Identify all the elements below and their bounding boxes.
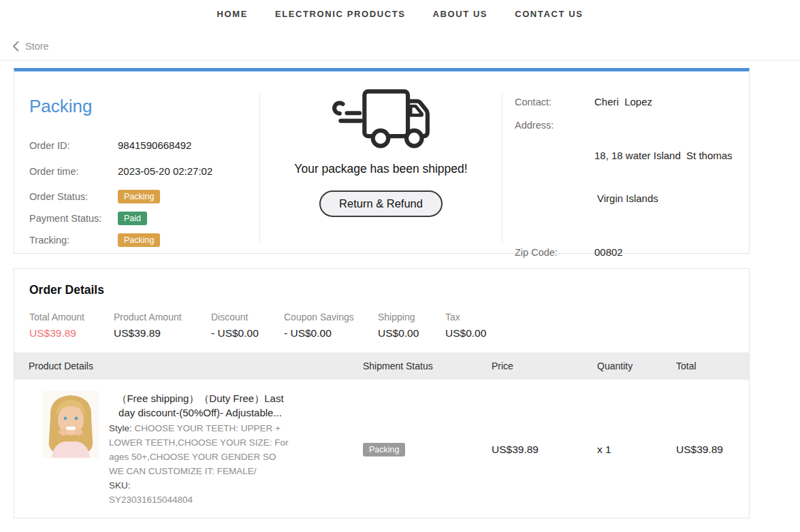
zip-row: Zip Code: 00802 — [515, 245, 749, 259]
order-status-panel: Packing Order ID: 9841590668492 Order ti… — [14, 71, 259, 253]
summary-value: - US$0.00 — [211, 327, 284, 339]
summary-label: Shipping — [378, 312, 445, 322]
order-id-label: Order ID: — [29, 140, 118, 151]
address-value: 18, 18 water Island St thomas Virgin Isl… — [594, 120, 733, 234]
payment-status-label: Payment Status: — [29, 213, 118, 224]
summary-value: - US$0.00 — [284, 327, 378, 339]
header-price: Price — [492, 361, 597, 371]
order-details-card: Order Details Total Amount US$39.89 Prod… — [14, 268, 750, 518]
product-image[interactable] — [42, 391, 99, 458]
breadcrumb-label: Store — [25, 41, 49, 52]
summary-total-amount: Total Amount US$39.89 — [29, 312, 114, 339]
product-table-row: （Free shipping）（Duty Free）Last day disco… — [14, 380, 749, 520]
product-title[interactable]: （Free shipping）（Duty Free）Last day disco… — [109, 391, 291, 420]
header-quantity: Quantity — [597, 361, 676, 371]
style-label: Style: — [109, 423, 132, 433]
summary-discount: Discount - US$0.00 — [211, 312, 284, 339]
payment-status-badge: Paid — [118, 212, 147, 225]
row-shipment-status-badge: Packing — [363, 443, 405, 456]
header-total: Total — [676, 361, 749, 371]
address-row: Address: 18, 18 water Island St thomas V… — [515, 120, 749, 234]
order-time-value: 2023-05-20 02:27:02 — [118, 164, 212, 178]
tracking-badge: Packing — [118, 233, 160, 247]
order-status-label: Order Status: — [29, 191, 118, 202]
product-style: Style: CHOOSE YOUR TEETH: UPPER + LOWER … — [109, 421, 291, 478]
address-line1: 18, 18 water Island St thomas — [594, 148, 733, 163]
row-price: US$39.89 — [492, 444, 539, 456]
nav-item-home[interactable]: HOME — [217, 9, 248, 29]
product-sku: SKU: SY23031615044804 — [109, 478, 291, 507]
tracking-label: Tracking: — [29, 235, 118, 246]
order-details-title: Order Details — [29, 283, 749, 297]
order-time-label: Order time: — [29, 166, 118, 177]
summary-shipping: Shipping US$0.00 — [378, 312, 445, 339]
contact-label: Contact: — [515, 97, 594, 107]
return-refund-button[interactable]: Return & Refund — [319, 190, 443, 217]
amount-summary: Total Amount US$39.89 Product Amount US$… — [29, 312, 749, 339]
summary-product-amount: Product Amount US$39.89 — [114, 312, 211, 339]
truck-icon — [332, 140, 431, 152]
quantity-cell: x 1 — [597, 380, 676, 520]
payment-status-row: Payment Status: Paid — [29, 212, 259, 225]
tracking-row: Tracking: Packing — [29, 233, 259, 247]
shipment-status-cell: Packing — [363, 380, 492, 520]
order-status-title: Packing — [29, 96, 259, 117]
breadcrumb-back-link[interactable]: Store — [12, 41, 49, 52]
row-total: US$39.89 — [676, 444, 723, 456]
summary-coupon-savings: Coupon Savings - US$0.00 — [284, 312, 378, 339]
order-status-badge: Packing — [118, 190, 160, 203]
summary-label: Total Amount — [29, 312, 114, 322]
summary-value: US$39.89 — [114, 327, 211, 339]
sku-label: SKU: — [109, 478, 291, 493]
order-id-value: 9841590668492 — [118, 138, 191, 152]
style-value: CHOOSE YOUR TEETH: UPPER + LOWER TEETH,C… — [109, 423, 289, 476]
contact-value: Cheri Lopez — [594, 95, 652, 109]
main-nav: HOME ELECTRONIC PRODUCTS ABOUT US CONTAC… — [0, 0, 800, 29]
price-cell: US$39.89 — [492, 380, 597, 520]
row-quantity: x 1 — [597, 444, 611, 456]
header-divider — [0, 60, 800, 61]
contact-row: Contact: Cheri Lopez — [515, 95, 749, 109]
summary-tax: Tax US$0.00 — [445, 312, 486, 339]
nav-item-about-us[interactable]: ABOUT US — [432, 9, 487, 29]
summary-label: Product Amount — [114, 312, 211, 322]
nav-item-contact-us[interactable]: CONTACT US — [515, 9, 583, 29]
contact-panel: Contact: Cheri Lopez Address: 18, 18 wat… — [502, 71, 749, 253]
shipment-message-panel: Your package has been shipped! Return & … — [259, 71, 502, 253]
summary-value: US$0.00 — [378, 327, 445, 339]
sku-value: SY23031615044804 — [109, 493, 291, 507]
order-status-row: Order Status: Packing — [29, 190, 259, 203]
chevron-left-icon — [12, 41, 19, 52]
zip-label: Zip Code: — [515, 247, 594, 258]
summary-label: Coupon Savings — [284, 312, 378, 322]
header-shipment-status: Shipment Status — [363, 361, 492, 371]
summary-label: Tax — [445, 312, 486, 322]
summary-value: US$0.00 — [445, 327, 486, 339]
zip-value: 00802 — [594, 245, 623, 259]
total-cell: US$39.89 — [676, 380, 749, 520]
address-line2: Virgin Islands — [594, 191, 733, 205]
summary-value: US$39.89 — [29, 327, 114, 339]
product-table-header: Product Details Shipment Status Price Qu… — [14, 352, 749, 380]
nav-item-electronic-products[interactable]: ELECTRONIC PRODUCTS — [275, 9, 405, 29]
shipment-message: Your package has been shipped! — [259, 162, 502, 176]
product-cell: （Free shipping）（Duty Free）Last day disco… — [14, 380, 363, 520]
order-time-row: Order time: 2023-05-20 02:27:02 — [29, 164, 259, 178]
product-text-block: （Free shipping）（Duty Free）Last day disco… — [109, 391, 291, 507]
order-id-row: Order ID: 9841590668492 — [29, 138, 259, 152]
summary-label: Discount — [211, 312, 284, 322]
address-label: Address: — [515, 120, 594, 131]
shipment-summary-card: Packing Order ID: 9841590668492 Order ti… — [14, 68, 750, 254]
header-product-details: Product Details — [14, 361, 363, 371]
